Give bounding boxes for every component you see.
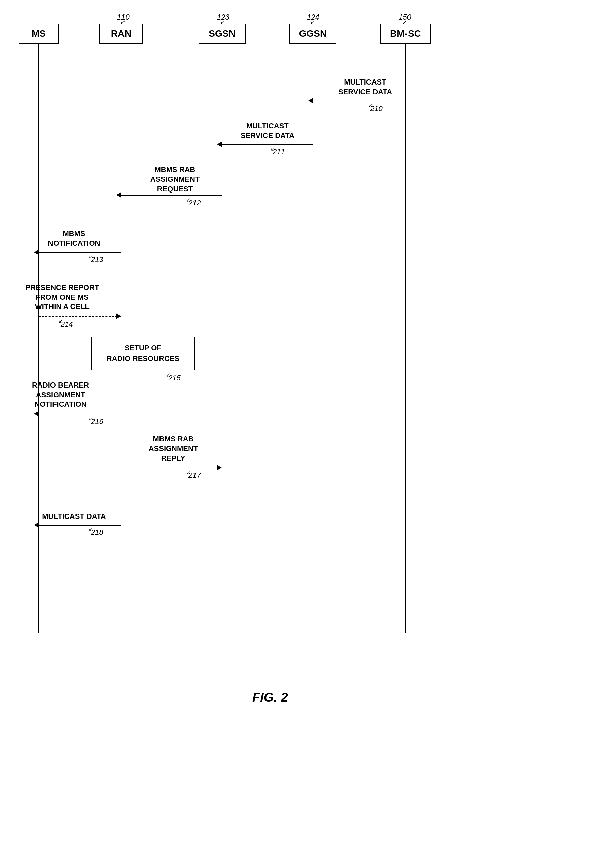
lifeline-sgsn bbox=[222, 44, 223, 633]
label-218: MULTICAST DATA bbox=[36, 512, 113, 522]
process-box-215: SETUP OFRADIO RESOURCES bbox=[91, 337, 195, 370]
tick-216: ↙ bbox=[88, 415, 93, 422]
tick-218: ↙ bbox=[88, 526, 93, 532]
arrow-216-head bbox=[34, 411, 39, 417]
lifeline-bmsc bbox=[405, 44, 406, 633]
label-210: MULTICASTSERVICE DATA bbox=[326, 78, 404, 97]
arrow-213-head bbox=[34, 250, 39, 255]
lifeline-ms bbox=[39, 44, 39, 633]
arrow-216-line bbox=[39, 414, 121, 414]
arrow-211-line bbox=[222, 144, 312, 145]
tick-215: ↙ bbox=[166, 372, 170, 378]
tick-210: ↙ bbox=[368, 102, 373, 109]
entity-sgsn: SGSN bbox=[198, 23, 246, 44]
label-213: MBMSNOTIFICATION bbox=[40, 229, 108, 248]
arrow-217-line bbox=[121, 468, 222, 468]
diagram-container: 110 ↙ 123 ↙ 124 ↙ 150 ↙ MS RAN SGSN GGSN… bbox=[0, 0, 603, 868]
arrow-213-line bbox=[39, 252, 121, 253]
tick-212: ↙ bbox=[186, 197, 190, 203]
arrow-218-head bbox=[34, 522, 39, 528]
tick-217: ↙ bbox=[186, 469, 190, 476]
label-217: MBMS RABASSIGNMENTREPLY bbox=[131, 434, 215, 463]
figure-label: FIG. 2 bbox=[252, 690, 288, 705]
arrow-214-head bbox=[116, 313, 121, 319]
tick-211: ↙ bbox=[271, 146, 275, 152]
label-216: RADIO BEARERASSIGNMENTNOTIFICATION bbox=[19, 380, 103, 409]
arrow-214-line bbox=[39, 316, 121, 317]
arrow-211-head bbox=[217, 142, 222, 147]
arrow-217-head bbox=[217, 465, 222, 470]
arrow-212-head bbox=[116, 192, 121, 198]
label-212: MBMS RABASSIGNMENTREQUEST bbox=[131, 165, 219, 194]
label-211: MULTICASTSERVICE DATA bbox=[229, 121, 306, 140]
arrow-210-head bbox=[308, 98, 313, 103]
entity-ms: MS bbox=[19, 23, 59, 44]
label-214: PRESENCE REPORTFROM ONE MSWITHIN A CELL bbox=[19, 283, 106, 312]
lifeline-ggsn bbox=[312, 44, 313, 633]
entity-bmsc: BM-SC bbox=[380, 23, 431, 44]
entity-ran: RAN bbox=[99, 23, 143, 44]
tick-213: ↙ bbox=[88, 253, 93, 260]
tick-214: ↙ bbox=[58, 318, 63, 324]
arrow-212-line bbox=[121, 195, 222, 195]
arrow-210-line bbox=[313, 101, 405, 101]
arrow-218-line bbox=[39, 525, 121, 525]
entity-ggsn: GGSN bbox=[289, 23, 337, 44]
